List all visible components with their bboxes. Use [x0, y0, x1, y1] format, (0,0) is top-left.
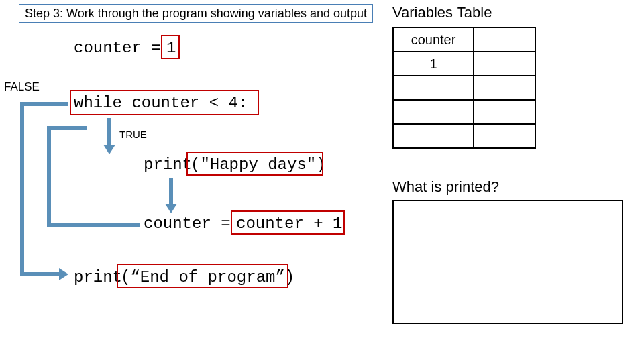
table-cell — [474, 52, 535, 76]
code-print1-left: print — [144, 156, 192, 174]
variables-table-title: Variables Table — [392, 4, 492, 21]
code-assign-left: counter = — [74, 39, 161, 57]
table-cell — [393, 124, 474, 148]
true-arrow-v — [107, 118, 111, 146]
table-cell — [474, 124, 535, 148]
table-row — [393, 124, 535, 148]
table-cell — [474, 76, 535, 100]
code-increment-left: counter = — [144, 215, 231, 233]
table-row: counter — [393, 27, 535, 52]
table-cell — [474, 100, 535, 124]
highlight-box-increment — [231, 210, 345, 235]
table-cell — [393, 76, 474, 100]
table-row — [393, 100, 535, 124]
printed-output-box — [392, 200, 623, 324]
false-label: FALSE — [4, 80, 40, 94]
arrow-print-to-inc-v — [169, 178, 173, 205]
arrow-print-to-inc-head — [165, 204, 177, 213]
loopback-h2 — [47, 126, 87, 130]
true-label: TRUE — [119, 129, 147, 140]
variables-table: counter 1 — [392, 27, 536, 149]
step-banner: Step 3: Work through the program showing… — [19, 4, 373, 23]
highlight-box-1 — [161, 35, 180, 59]
loopback-v — [47, 126, 51, 227]
table-cell — [393, 100, 474, 124]
printed-label: What is printed? — [392, 178, 499, 196]
loopback-h — [47, 223, 140, 227]
variables-table-header: counter — [393, 27, 474, 52]
false-arrow-head — [59, 268, 68, 280]
highlight-box-print2 — [117, 264, 288, 288]
false-arrow-h1 — [20, 102, 68, 106]
highlight-box-print1 — [186, 152, 323, 176]
false-arrow-h2 — [20, 272, 60, 276]
highlight-box-while — [70, 90, 259, 115]
table-row — [393, 76, 535, 100]
table-row: 1 — [393, 52, 535, 76]
table-cell: 1 — [393, 52, 474, 76]
false-arrow-v — [20, 102, 24, 276]
code-print2-left: print — [74, 268, 122, 286]
table-cell — [474, 27, 535, 52]
true-arrow-head — [103, 145, 115, 154]
